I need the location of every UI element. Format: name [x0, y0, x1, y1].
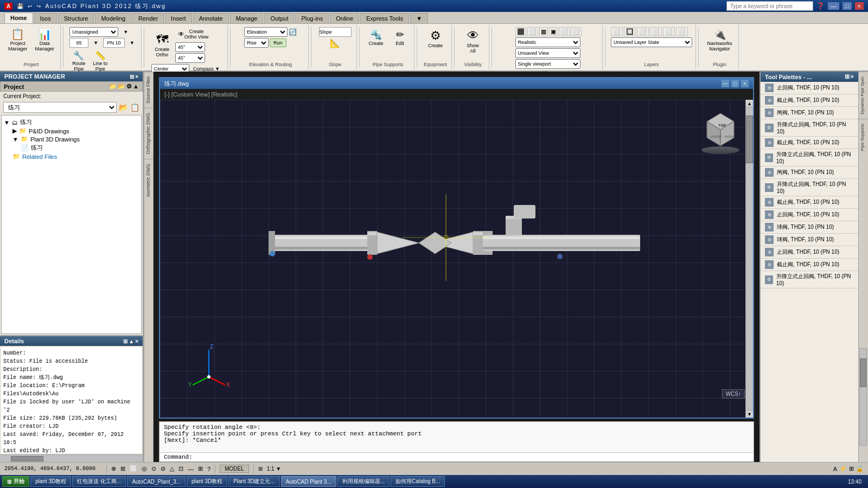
new-project-icon[interactable]: 📁 — [109, 83, 117, 90]
project-dropdown-icon1[interactable]: 📂 — [119, 103, 128, 112]
palette-item-11[interactable]: ⚙ 球阀, THDF, 10 (PN 10) — [761, 234, 858, 246]
clean-screen-icon[interactable]: ⊞ — [849, 465, 854, 472]
pipe-size-input[interactable] — [69, 38, 88, 48]
data-manager-button[interactable]: 📊 DataManager — [33, 27, 58, 53]
angle2-dropdown[interactable]: 45° — [175, 53, 205, 63]
grid-icon[interactable]: ⊞ — [120, 465, 125, 472]
palette-item-2[interactable]: ⚙ 闸阀, THDF, 10 (PN 10) — [761, 107, 858, 119]
angle1-dropdown[interactable]: 45° — [175, 42, 205, 52]
edit-support-button[interactable]: ✏ Edit — [389, 27, 411, 48]
drawing-close-icon[interactable]: × — [741, 80, 749, 87]
toolbar-lock-icon[interactable]: 🔒 — [856, 465, 864, 472]
tab-home[interactable]: Home — [4, 12, 33, 23]
layer-icon2[interactable]: 🔲 — [624, 27, 636, 36]
side-tab-iso[interactable]: Isometric DWG — [144, 159, 153, 201]
viewcube[interactable]: TOP FRONT RIGHT — [699, 108, 742, 151]
details-float-icon[interactable]: ⊞ — [123, 338, 127, 344]
start-button[interactable]: ⊞ 开始 — [2, 476, 29, 487]
osnap-icon[interactable]: ⊙ — [151, 465, 156, 472]
show-all-button[interactable]: 👁 ShowAll — [462, 27, 484, 55]
palette-item-10[interactable]: ⚙ 球阀, THDF, 10 (PN 10) — [761, 221, 858, 234]
snap-icon[interactable]: ⊕ — [111, 465, 116, 472]
layer-icon4[interactable]: ⬜ — [650, 27, 662, 36]
qp-icon[interactable]: ? — [207, 466, 210, 472]
view-icon6[interactable]: ⬜ — [571, 27, 582, 36]
tool-palettes-close[interactable]: × — [851, 73, 854, 80]
tpm-icon[interactable]: ⊞ — [198, 465, 203, 472]
project-settings-icon[interactable]: ⚙ — [126, 83, 132, 90]
tab-express[interactable]: Express Tools — [360, 13, 409, 23]
create-ortho-button[interactable]: 🗺 CreateOrtho — [151, 31, 173, 59]
project-select[interactable]: 练习 — [3, 102, 117, 113]
palette-item-4[interactable]: ⚙ 截止阀, THDF, 10 (PN 10) — [761, 137, 858, 149]
viewport-scrollbar-v[interactable]: ▼ ▲ — [745, 100, 753, 418]
tab-render[interactable]: Render — [132, 13, 164, 23]
drawing-restore-icon[interactable]: □ — [731, 80, 739, 87]
palette-item-8[interactable]: ⚙ 截止阀, THDF, 10 (PN 10) — [761, 196, 858, 209]
viewport-dropdown[interactable]: Single viewport — [515, 59, 580, 69]
side-tab-ortho[interactable]: Orthographic DWG — [144, 108, 153, 159]
side-tab-source[interactable]: Source Files — [144, 72, 153, 108]
palette-item-14[interactable]: ⚙ 升降立式止回阀, THDF, 10 (PN 10) — [761, 271, 858, 288]
side-tab-pipe-supports[interactable]: Pipe Supports — [859, 119, 868, 155]
tab-output[interactable]: Output — [264, 13, 294, 23]
panel-close-icon[interactable]: × — [135, 74, 138, 80]
ducs-icon[interactable]: △ — [170, 465, 174, 472]
slope-input[interactable] — [319, 27, 352, 37]
maximize-button[interactable]: □ — [843, 2, 852, 10]
tree-item-related[interactable]: 📁 Related Files — [4, 152, 139, 160]
hardware-accel-icon[interactable]: ⚡ — [839, 465, 847, 472]
pipe-spec-settings[interactable]: ▼ — [120, 27, 131, 37]
redo-icon[interactable]: ↪ — [36, 3, 41, 9]
tool-palettes-float[interactable]: ⊞ — [845, 73, 850, 80]
annotation-icon[interactable]: A — [833, 466, 837, 472]
v-scroll-down[interactable]: ▼ — [746, 410, 753, 418]
details-scrollbar[interactable] — [859, 348, 867, 446]
open-project-icon[interactable]: 📂 — [118, 83, 125, 90]
layer-state-dropdown[interactable]: Unsaved Layer State — [611, 37, 692, 47]
taskbar-autocad-plant2[interactable]: AutoCAD Plant 3... — [281, 476, 336, 487]
palette-item-12[interactable]: ⚙ 止回阀, THDF, 10 (PN 10) — [761, 246, 858, 259]
taskbar-hongbao[interactable]: 红包派送 化工商... — [72, 476, 126, 487]
side-tab-dynamic-pipe[interactable]: Dynamic Pipe Spec — [859, 72, 868, 119]
taskbar-plant3d-build[interactable]: Plant 3D建立元... — [228, 476, 280, 487]
slope-icon[interactable]: 📐 — [319, 38, 352, 48]
layer-icon5[interactable]: ⬜ — [663, 27, 675, 36]
pipe-spec-dropdown[interactable]: Unassigned — [69, 27, 118, 37]
polar-icon[interactable]: ◎ — [142, 465, 147, 472]
navisworks-button[interactable]: 🔌 NavisworksNavigator — [705, 27, 735, 53]
left-panel-scrollbar-h[interactable] — [0, 454, 143, 462]
tree-pid-expand-icon[interactable]: ▶ — [12, 127, 17, 134]
tree-item-plant3d[interactable]: ▼ 📁 Plant 3D Drawings — [4, 135, 139, 143]
taskbar-spec-editor[interactable]: 利用规格编辑器... — [337, 476, 390, 487]
palette-item-9[interactable]: ⚙ 止回阀, THDF, 10 (PN 10) — [761, 209, 858, 221]
tab-isos[interactable]: Isos — [34, 13, 57, 23]
tab-annotate[interactable]: Annotate — [193, 13, 229, 23]
palette-item-6[interactable]: ⚙ 闸阀, THDF, 10 (PN 10) — [761, 166, 858, 179]
create-ortho-view-button[interactable]: 👁 CreateOrtho View — [175, 27, 211, 41]
minimize-button[interactable]: — — [828, 2, 839, 10]
elevation-refresh-icon[interactable]: 🔃 — [289, 28, 297, 36]
layer-icon1[interactable]: ⬜ — [611, 27, 623, 36]
tab-more[interactable]: ▼ — [410, 13, 428, 23]
undo-icon[interactable]: ↩ — [28, 3, 32, 9]
palette-item-0[interactable]: ⚙ 止回阀, THDF, 10 (PN 10) — [761, 82, 858, 94]
ortho-icon[interactable]: ⬜ — [130, 465, 137, 472]
tree-plant3d-expand-icon[interactable]: ▼ — [12, 136, 18, 143]
search-input[interactable] — [726, 1, 813, 11]
tab-plugins[interactable]: Plug-ins — [295, 13, 329, 23]
palette-item-3[interactable]: ⚙ 升降式止回阀, THDF, 10 (PN 10) — [761, 119, 858, 137]
taskbar-autocad-plant[interactable]: AutoCAD_Plant_3... — [127, 476, 186, 487]
create-support-button[interactable]: 🔩 Create — [365, 27, 387, 48]
run-button[interactable]: Run — [270, 38, 286, 47]
details-close-icon[interactable]: × — [135, 338, 138, 344]
collapse-icon[interactable]: ▲ — [133, 83, 139, 90]
pipe-pn-input[interactable] — [103, 38, 125, 48]
tab-structure[interactable]: Structure — [58, 13, 94, 23]
pipe-size-dropdown[interactable]: ▼ — [91, 38, 101, 48]
lw-icon[interactable]: — — [188, 466, 194, 472]
tab-modeling[interactable]: Modeling — [95, 13, 131, 23]
palette-item-5[interactable]: ⚙ 升降立式止回阀, THDF, 10 (PN 10) — [761, 149, 858, 166]
view-icon5[interactable]: ⬜ — [559, 27, 570, 36]
otrack-icon[interactable]: ⊘ — [161, 465, 165, 472]
